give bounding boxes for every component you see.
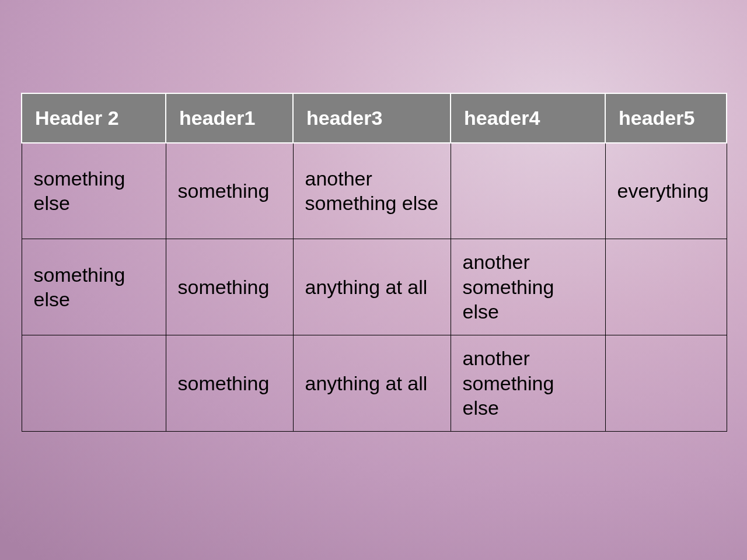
table-cell: another something else [293, 143, 451, 239]
table-header: Header 2 [22, 93, 166, 143]
table-container: Header 2 header1 header3 header4 header5… [21, 93, 726, 432]
table-row: something else something anything at all… [22, 239, 727, 335]
table-cell: another something else [451, 239, 605, 335]
data-table: Header 2 header1 header3 header4 header5… [21, 93, 727, 432]
table-cell: anything at all [293, 239, 451, 335]
table-cell: something [166, 143, 293, 239]
table-cell: something [166, 335, 293, 432]
table-header: header1 [166, 93, 293, 143]
table-cell: everything [605, 143, 727, 239]
table-header-row: Header 2 header1 header3 header4 header5 [22, 93, 727, 143]
table-header: header3 [293, 93, 451, 143]
table-cell [605, 335, 727, 432]
table-cell: something [166, 239, 293, 335]
table-row: something else something another somethi… [22, 143, 727, 239]
table-header: header5 [605, 93, 727, 143]
table-cell [451, 143, 605, 239]
table-cell: something else [22, 239, 166, 335]
table-cell: anything at all [293, 335, 451, 432]
table-cell [605, 239, 727, 335]
table-cell: another something else [451, 335, 605, 432]
table-row: something anything at all another someth… [22, 335, 727, 432]
table-header: header4 [451, 93, 605, 143]
table-cell: something else [22, 143, 166, 239]
table-cell [22, 335, 166, 432]
slide: Header 2 header1 header3 header4 header5… [0, 0, 747, 560]
